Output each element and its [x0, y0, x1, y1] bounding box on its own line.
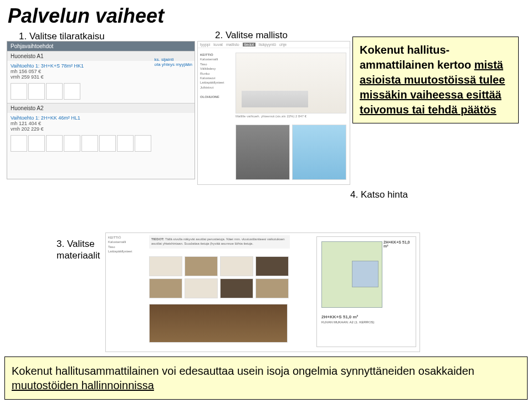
footer-text-a: Kokenut hallitusammattilainen voi edesau…	[12, 365, 474, 377]
opt2-title: Vaihtoehto 1: 2H+KK 46m² HL1	[11, 115, 80, 121]
render-window	[292, 125, 346, 180]
tiedot-text: Tällä sivulla näkyvät asutilat perustiet…	[151, 237, 285, 245]
price-summary: Mallille vaihtoeh. yhteensä (sis.alv 22%…	[236, 115, 306, 118]
nav-item[interactable]: Kalustemalli	[200, 58, 218, 61]
floorplan-label: 2H+KK+S 51,0 m² KUVAN MUKAAN: A2 (1. KER…	[321, 314, 375, 324]
tab-tiedot[interactable]: tiedot	[243, 43, 255, 46]
step3-line1: 3. Valitse	[57, 239, 95, 249]
nav-item[interactable]: Välitilalevy	[200, 67, 216, 70]
nav-item[interactable]: Kalustemalli	[108, 240, 126, 244]
page-title: Palvelun vaiheet	[0, 0, 532, 30]
plan-thumb[interactable]	[64, 135, 80, 152]
opt2-price-b: vmh 202 229 €	[11, 126, 44, 132]
floorplan-thumbs-a1	[7, 82, 195, 103]
fp-lbl-text: 2H+KK+S 51,0 m²	[321, 314, 358, 319]
swatch[interactable]	[149, 278, 182, 298]
link-yhteys[interactable]: ota yhteys myyjään	[155, 62, 192, 67]
plan-thumb[interactable]	[11, 135, 27, 152]
plan-thumb[interactable]	[117, 135, 134, 152]
footer-box: Kokenut hallitusammattilainen voi edesau…	[4, 356, 528, 400]
floorplan-thumbs-a2	[7, 134, 195, 155]
material-swatches	[149, 256, 289, 298]
plan-thumb[interactable]	[11, 83, 27, 100]
floorplan-outline	[321, 241, 382, 308]
plan-thumb[interactable]	[64, 83, 80, 100]
plan-thumb[interactable]	[81, 135, 98, 152]
left-hdr: KEITTIÖ	[200, 53, 213, 56]
side-links[interactable]: ks. sijainti ota yhteys myyjään	[155, 57, 192, 67]
step-2-label: 2. Valitse mallisto	[215, 30, 288, 41]
large-floor-sample	[149, 304, 288, 343]
nav-item[interactable]: Runko	[200, 72, 209, 75]
opt1-price-b: vmh 259 931 €	[11, 74, 44, 80]
panel-mallisto: tyyppi kuvat mallisto tiedot lisäpyyntö …	[197, 41, 350, 185]
fp-sub: KUVAN MUKAAN: A2 (1. KERROS)	[321, 321, 375, 324]
tiedot-box: TIEDOT: Tällä sivulla näkyvät asutilat p…	[149, 235, 290, 249]
panel-materials: KEITTIÖ Kalustemalli Taso Lattiapäällyst…	[105, 232, 420, 352]
panel3-sidebar: KEITTIÖ Kalustemalli Taso Lattiapäällyst…	[108, 235, 147, 254]
nav-item[interactable]: Taso	[108, 245, 115, 249]
plan-thumb[interactable]	[46, 83, 63, 100]
swatch[interactable]	[255, 278, 289, 298]
tab-kuvat[interactable]: kuvat	[213, 43, 223, 46]
plan-thumb[interactable]	[28, 135, 45, 152]
kitchen-render	[236, 53, 346, 113]
floorplan: 2H+KK+S 51,0 m² 2H+KK+S 51,0 m² KUVAN MU…	[316, 236, 416, 347]
opt1-price-a: mh 156 057 €	[11, 69, 41, 74]
step-3-label: 3. Valitse materiaalit	[57, 238, 100, 262]
tab-mallisto[interactable]: mallisto	[226, 43, 239, 46]
panel-floor-options: Pohjavaihtoehdot Huoneisto A1 Vaihtoehto…	[7, 41, 195, 179]
link-sijainti[interactable]: ks. sijainti	[155, 57, 192, 62]
plan-thumb[interactable]	[99, 135, 116, 152]
counter-shape	[242, 91, 308, 107]
swatch[interactable]	[220, 256, 253, 276]
tab-lisa[interactable]: lisäpyyntö	[259, 43, 276, 46]
nav-item[interactable]: Kalusteovi	[200, 76, 216, 80]
panel1-header: Pohjavaihtoehdot	[7, 42, 195, 51]
swatch[interactable]	[149, 256, 182, 276]
render-wall	[236, 125, 290, 180]
swatch[interactable]	[185, 278, 218, 298]
callout-line2: ammattilainen kertoo	[360, 59, 474, 71]
floorplan-room	[352, 261, 378, 287]
panel2-left-nav: KEITTIÖ Kalustemalli Taso Välitilalevy R…	[200, 53, 233, 99]
tiedot-label: TIEDOT:	[151, 237, 164, 241]
left-olohuone: OLOHUONE	[200, 95, 219, 99]
swatch[interactable]	[255, 256, 289, 276]
plan-thumb[interactable]	[46, 135, 63, 152]
nav-item[interactable]: Lattiapäällysteet	[108, 250, 132, 253]
tabs: tyyppi kuvat mallisto tiedot lisäpyyntö …	[198, 42, 350, 48]
nav-item[interactable]: Lattiapäällysteet	[200, 81, 224, 84]
step-4-label: 4. Katso hinta	[350, 189, 408, 200]
nav-item[interactable]: KEITTIÖ	[108, 236, 121, 239]
callout-box: Kokenut hallitus- ammattilainen kertoo m…	[352, 37, 519, 123]
callout-line1: Kokenut hallitus-	[360, 44, 449, 56]
tab-ohje[interactable]: ohje	[279, 43, 287, 46]
swatch[interactable]	[220, 278, 253, 298]
nav-item[interactable]: Taso	[200, 63, 207, 66]
opt2-price-a: mh 121 404 €	[11, 121, 41, 126]
plan-thumb[interactable]	[28, 83, 45, 100]
option-a2[interactable]: Vaihtoehto 1: 2H+KK 46m² HL1 mh 121 404 …	[7, 113, 195, 134]
apartment-a2: Huoneisto A2	[7, 103, 195, 113]
footer-text-b: muutostöiden hallinnoinnissa	[12, 379, 154, 391]
plan-thumb[interactable]	[135, 135, 151, 152]
swatch[interactable]	[185, 256, 218, 276]
floorplan-area: 2H+KK+S 51,0 m²	[383, 240, 412, 248]
tab-tyyppi[interactable]: tyyppi	[200, 43, 210, 46]
opt1-title: Vaihtoehto 1: 3H+K+S 78m² HK1	[11, 63, 84, 69]
step3-line2: materiaalit	[57, 250, 100, 261]
nav-item[interactable]: Julkisivut	[200, 86, 213, 89]
